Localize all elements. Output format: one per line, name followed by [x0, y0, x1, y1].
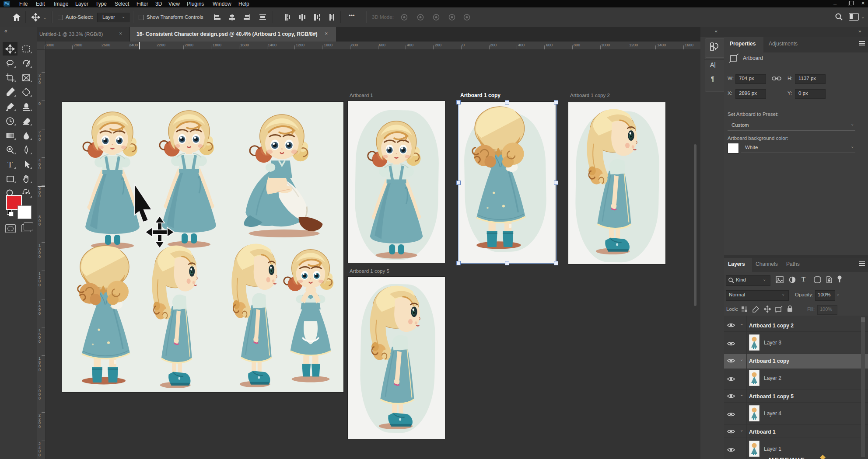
svg-text:T: T: [7, 160, 13, 169]
